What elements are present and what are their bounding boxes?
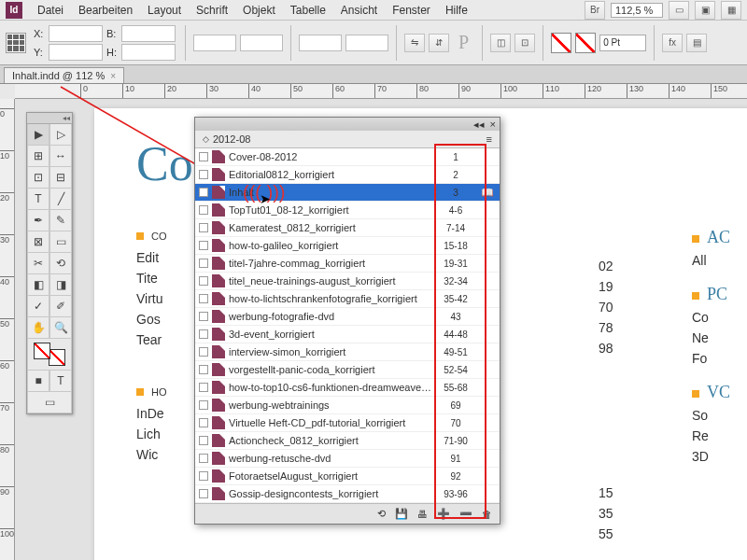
checkbox[interactable] [199,400,208,410]
fill-stroke-swatch[interactable] [27,339,72,371]
checkbox[interactable] [199,276,208,286]
close-icon[interactable]: × [490,119,496,130]
apply-color-icon[interactable]: ■ [27,371,49,392]
book-document-row[interactable]: how-to-lichtschrankenfotografie_korrigie… [195,290,500,308]
reference-point-icon[interactable] [6,33,26,53]
panel-menu-icon[interactable]: ≡ [486,133,492,145]
stroke-swatch[interactable] [575,33,596,53]
direct-selection-tool[interactable]: ▷ [49,124,72,146]
gradient-swatch-tool[interactable]: ◧ [27,274,49,296]
shear-input[interactable] [345,35,388,51]
checkbox[interactable] [199,170,208,179]
rectangle-frame-tool[interactable]: ⊠ [27,231,49,253]
collapse-icon[interactable]: ◂◂ [473,119,485,131]
checkbox[interactable] [199,223,208,232]
book-document-row[interactable]: Inhalt3📖 [195,184,500,202]
view-mode-icon[interactable]: ▭ [669,1,689,20]
menu-objekt[interactable]: Objekt [235,1,283,20]
checkbox[interactable] [199,152,208,161]
sync-icon[interactable]: ⟲ [377,508,386,520]
h-input[interactable] [121,44,176,61]
checkbox[interactable] [199,436,208,445]
checkbox[interactable] [199,365,208,374]
checkbox[interactable] [199,347,208,357]
stroke-weight-input[interactable] [599,35,646,51]
rectangle-tool[interactable]: ▭ [49,231,72,253]
screen-mode-icon[interactable]: ▣ [695,1,715,20]
fill-swatch[interactable] [551,33,571,53]
book-document-row[interactable]: vorgestellt-panic-coda_korrigiert52-54 [195,361,500,379]
wrap-icon[interactable]: ▤ [686,34,707,52]
save-icon[interactable]: 💾 [395,508,408,520]
checkbox[interactable] [199,188,208,197]
content-collector-tool[interactable]: ⊡ [27,167,49,189]
arrange-icon[interactable]: ▦ [721,1,741,20]
flip-v-icon[interactable]: ⇵ [429,34,449,52]
pencil-tool[interactable]: ✎ [49,210,72,231]
book-document-row[interactable]: Cover-08-20121 [195,148,500,166]
add-document-icon[interactable]: ➕ [437,508,450,520]
book-document-row[interactable]: titel-7jahre-commag_korrigiert19-31 [195,255,500,273]
page-tool[interactable]: ⊞ [27,146,49,167]
checkbox[interactable] [199,454,208,463]
menu-tabelle[interactable]: Tabelle [283,1,333,20]
book-document-row[interactable]: how-to-top10-cs6-funktionen-dreamweaver_… [195,379,500,397]
menu-bearbeiten[interactable]: Bearbeiten [71,1,140,20]
book-document-row[interactable]: how-to-galileo_korrigiert15-18 [195,237,500,255]
note-tool[interactable]: ✓ [27,296,49,317]
menu-ansicht[interactable]: Ansicht [333,1,385,20]
select-container-icon[interactable]: ◫ [490,34,511,52]
type-tool[interactable]: T [27,189,49,210]
remove-document-icon[interactable]: ➖ [459,508,472,520]
book-document-row[interactable]: Actioncheck_0812_korrigiert71-90 [195,432,500,450]
book-document-row[interactable]: 3d-event_korrigiert44-48 [195,326,500,343]
select-content-icon[interactable]: ⊡ [514,34,535,52]
book-document-row[interactable]: interview-simon_korrigiert49-51 [195,343,500,361]
book-document-row[interactable]: Gossip-designcontests_korrigiert93-96 [195,485,500,503]
checkbox[interactable] [199,312,208,321]
gap-tool[interactable]: ↔ [49,146,72,167]
panel-tab[interactable]: ◇2012-08≡ [195,131,500,148]
book-document-row[interactable]: Kameratest_0812_korrigiert7-14 [195,219,500,237]
line-tool[interactable]: ╱ [49,189,72,210]
effects-icon[interactable]: fx [662,34,683,52]
book-document-row[interactable]: Editorial0812_korrigiert2 [195,166,500,184]
apply-text-icon[interactable]: T [49,371,72,392]
stroke-color-icon[interactable] [49,349,65,366]
pen-tool[interactable]: ✒ [27,210,49,231]
content-placer-tool[interactable]: ⊟ [49,167,72,189]
menu-layout[interactable]: Layout [140,1,189,20]
panel-header[interactable]: ◂◂× [195,118,500,131]
selection-tool[interactable]: ▶ [27,124,49,146]
book-document-row[interactable]: TopTut01_08-12_korrigiert4-6 [195,202,500,219]
scissors-tool[interactable]: ✂ [27,253,49,274]
checkbox[interactable] [199,471,208,481]
zoom-tool[interactable]: 🔍 [49,317,72,339]
free-transform-tool[interactable]: ⟲ [49,253,72,274]
checkbox[interactable] [199,489,208,498]
normal-view-icon[interactable]: ▭ [27,392,72,413]
book-document-row[interactable]: Virtuelle Heft-CD_pdf-tutorial_korrigier… [195,414,500,432]
checkbox[interactable] [199,383,208,392]
checkbox[interactable] [199,329,208,339]
checkbox[interactable] [199,418,208,427]
book-document-row[interactable]: werbung-webtrainings69 [195,397,500,414]
print-icon[interactable]: 🖶 [417,509,428,520]
x-input[interactable] [49,25,103,42]
rotate-input[interactable] [299,35,342,51]
checkbox[interactable] [199,259,208,268]
menu-datei[interactable]: Datei [30,1,71,20]
checkbox[interactable] [199,294,208,303]
checkbox[interactable] [199,205,208,215]
w-input[interactable] [121,25,176,42]
gradient-feather-tool[interactable]: ◨ [49,274,72,296]
scale-x-input[interactable] [193,35,236,51]
bridge-icon[interactable]: Br [585,1,605,20]
eyedropper-tool[interactable]: ✐ [49,296,72,317]
y-input[interactable] [49,44,103,61]
scale-y-input[interactable] [240,35,283,51]
flip-h-icon[interactable]: ⇋ [404,34,425,52]
trash-icon[interactable]: 🗑 [482,509,492,520]
close-icon[interactable]: × [110,71,116,81]
fill-color-icon[interactable] [34,343,50,359]
